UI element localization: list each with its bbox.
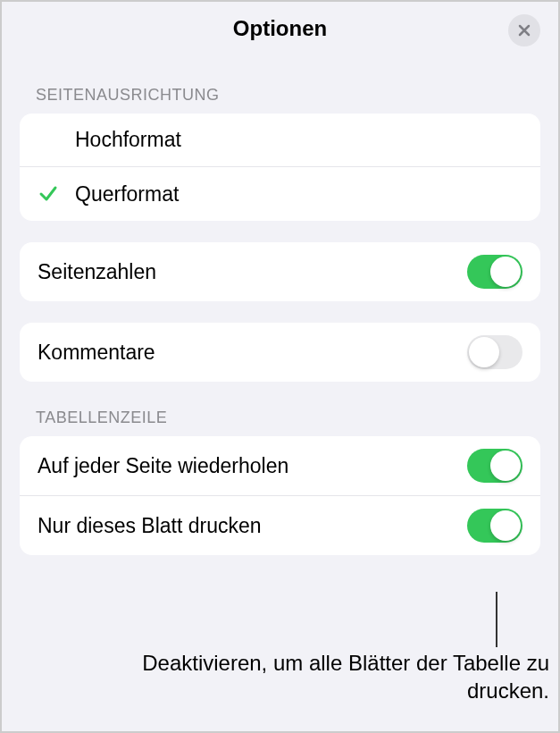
toggle-knob [490, 257, 521, 287]
printsheet-row: Nur dieses Blatt drucken [20, 496, 540, 555]
orientation-landscape-row[interactable]: Querformat [20, 167, 540, 221]
comments-toggle[interactable] [467, 335, 522, 369]
comments-row: Kommentare [20, 323, 540, 382]
toggle-knob [490, 510, 521, 541]
header: Optionen [2, 2, 558, 55]
printsheet-toggle[interactable] [467, 509, 522, 543]
header-title: Optionen [233, 16, 327, 41]
callout-text: Deaktivieren, um alle Blätter der Tabell… [138, 649, 549, 704]
section-header-orientation: Seitenausrichtung [20, 86, 540, 105]
checkmark-icon [38, 183, 59, 205]
repeat-toggle[interactable] [467, 449, 522, 483]
portrait-label: Hochformat [75, 128, 522, 152]
page-numbers-toggle[interactable] [467, 255, 522, 289]
page-numbers-row: Seitenzahlen [20, 242, 540, 301]
content: Seitenausrichtung Hochformat Querformat … [2, 55, 558, 594]
orientation-portrait-row[interactable]: Hochformat [20, 114, 540, 167]
page-numbers-label: Seitenzahlen [38, 260, 467, 284]
landscape-label: Querformat [75, 182, 522, 206]
orientation-group: Hochformat Querformat [20, 114, 540, 221]
callout-line [496, 592, 497, 647]
close-button[interactable] [508, 14, 540, 46]
repeat-row: Auf jeder Seite wiederholen [20, 436, 540, 496]
toggle-knob [490, 451, 521, 481]
printsheet-label: Nur dieses Blatt drucken [38, 514, 467, 538]
repeat-label: Auf jeder Seite wiederholen [38, 454, 467, 478]
check-space [38, 183, 75, 205]
toggle-knob [469, 337, 499, 367]
tablerow-group: Auf jeder Seite wiederholen Nur dieses B… [20, 436, 540, 555]
close-icon [517, 23, 531, 38]
comments-label: Kommentare [38, 341, 467, 365]
comments-group: Kommentare [20, 323, 540, 382]
section-header-tablerow: Tabellenzeile [20, 409, 540, 427]
page-numbers-group: Seitenzahlen [20, 242, 540, 301]
